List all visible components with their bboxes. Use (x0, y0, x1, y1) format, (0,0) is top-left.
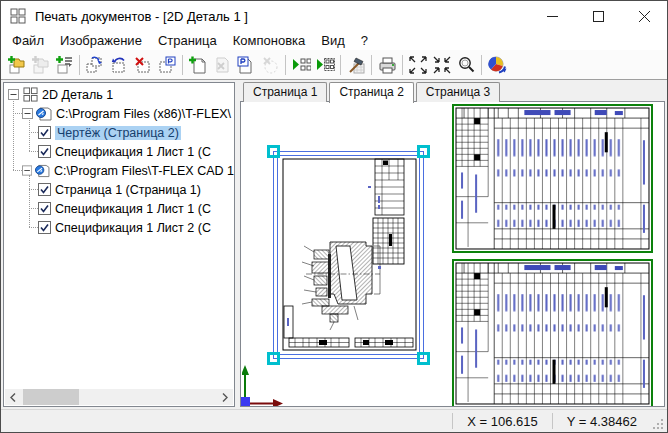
selection-handle-top-right[interactable] (417, 145, 430, 158)
toolbar (1, 50, 667, 80)
settings-hammer-button[interactable] (344, 53, 368, 77)
tree-connector (29, 189, 38, 190)
print-button[interactable] (375, 53, 399, 77)
drawing-page[interactable] (277, 155, 420, 355)
checkbox-checked-icon[interactable] (38, 202, 51, 215)
menu-layout[interactable]: Компоновка (225, 32, 314, 49)
drawing-preview (278, 156, 419, 354)
rotate-page-button[interactable] (107, 53, 131, 77)
main-area: 2D Деталь 1 C:\Program Files (x86)\T-FLE… (1, 80, 667, 409)
move-page-button[interactable] (83, 53, 107, 77)
tree-document-row[interactable]: C:\Program Files\T-FLEX CAD 1 (6, 161, 234, 180)
move-page-icon (85, 55, 105, 75)
remove-all-icon (260, 55, 280, 75)
rotate-page-icon (109, 55, 129, 75)
app-icon (10, 8, 26, 24)
remove-page-button[interactable] (210, 53, 234, 77)
selection-handle-bottom-left[interactable] (267, 352, 280, 365)
tree-page-row[interactable]: Спецификация 1 Лист 2 (С (6, 218, 234, 237)
x-axis-arrow-icon (249, 397, 283, 406)
collapse-icon[interactable] (22, 108, 33, 119)
selection-handle-bottom-right[interactable] (417, 352, 430, 365)
tree-connector (29, 227, 38, 228)
tree-root-row[interactable]: 2D Деталь 1 (6, 85, 234, 104)
delete-page-icon (133, 55, 153, 75)
menu-help[interactable]: ? (353, 32, 376, 49)
tree-page-row[interactable]: Страница 1 (Страница 1) (6, 180, 234, 199)
color-options-icon (487, 55, 507, 75)
close-button[interactable] (621, 1, 667, 31)
tree-document-row[interactable]: C:\Program Files (x86)\T-FLEX\ (6, 104, 234, 123)
scrollbar-thumb[interactable] (23, 389, 79, 405)
tree-page-row[interactable]: Чертёж (Страница 2) (6, 123, 234, 142)
preview-pane: Страница 1 Страница 2 Страница 3 (240, 82, 665, 407)
scroll-left-arrow-icon[interactable] (5, 389, 21, 405)
resize-grip[interactable] (651, 413, 665, 431)
tflex-document-icon (35, 164, 50, 178)
toolbar-separator (340, 55, 341, 75)
tflex-document-icon (36, 107, 52, 121)
tree-connector (29, 208, 38, 209)
tree-horizontal-scrollbar[interactable] (5, 389, 233, 405)
page-setup-button[interactable] (155, 53, 179, 77)
collapse-icon[interactable] (22, 165, 32, 176)
zoom-button[interactable] (454, 53, 478, 77)
tree-root-label: 2D Деталь 1 (42, 88, 113, 102)
checkbox-checked-icon[interactable] (38, 183, 51, 196)
toolbar-separator (481, 55, 482, 75)
page-tabs: Страница 1 Страница 2 Страница 3 (240, 82, 665, 102)
tab-page-2[interactable]: Страница 2 (329, 82, 413, 103)
tree-page-row[interactable]: Спецификация 1 Лист 1 (С (6, 142, 234, 161)
minimize-button[interactable] (529, 1, 575, 31)
menu-file[interactable]: Файл (4, 32, 52, 49)
selection-handle-top-left[interactable] (267, 145, 280, 158)
spec-sheet-2-page[interactable] (452, 259, 653, 407)
tab-page-1[interactable]: Страница 1 (243, 82, 327, 102)
page-properties-icon (236, 55, 256, 75)
cursor-y-coordinate: Y = 4.38462 (553, 414, 651, 429)
add-document-button[interactable] (4, 53, 28, 77)
print-layout-canvas[interactable] (240, 101, 665, 407)
toolbar-separator (182, 55, 183, 75)
checkbox-checked-icon[interactable] (38, 221, 51, 234)
print-documents-window: Печать документов - [2D Деталь 1 ] Файл … (0, 0, 668, 433)
tree-connector (29, 175, 30, 227)
add-document-copy-button[interactable] (28, 53, 52, 77)
drawing-page-selection[interactable] (273, 151, 424, 359)
spec-sheet-1-page[interactable] (452, 104, 653, 253)
new-page-button[interactable] (186, 53, 210, 77)
scroll-right-arrow-icon[interactable] (217, 389, 233, 405)
color-options-button[interactable] (485, 53, 509, 77)
menu-image[interactable]: Изображение (52, 32, 150, 49)
fit-page-button[interactable] (406, 53, 430, 77)
page-properties-button[interactable] (234, 53, 258, 77)
menu-page[interactable]: Страница (150, 32, 225, 49)
tab-page-3[interactable]: Страница 3 (416, 82, 500, 102)
tree-connector (13, 170, 22, 171)
add-document-icon (6, 55, 26, 75)
arrange-pages-button[interactable] (289, 53, 313, 77)
menu-bar: Файл Изображение Страница Компоновка Вид… (1, 31, 667, 50)
scrollbar-track[interactable] (21, 389, 217, 405)
checkbox-checked-icon[interactable] (38, 145, 51, 158)
tree-page-label: Страница 1 (Страница 1) (55, 183, 201, 197)
arrange-all-pages-button[interactable] (313, 53, 337, 77)
fit-objects-button[interactable] (430, 53, 454, 77)
fit-page-icon (408, 55, 428, 75)
add-document-list-button[interactable] (52, 53, 76, 77)
tree-document-path: C:\Program Files (x86)\T-FLEX\ (56, 107, 231, 121)
delete-page-button[interactable] (131, 53, 155, 77)
cursor-x-coordinate: X = 106.615 (453, 414, 551, 429)
tree-page-row[interactable]: Спецификация 1 Лист 1 (С (6, 199, 234, 218)
toolbar-separator (285, 55, 286, 75)
menu-view[interactable]: Вид (313, 32, 353, 49)
tree-document-path: C:\Program Files\T-FLEX CAD 1 (54, 164, 234, 178)
tree-connector (29, 151, 38, 152)
minimize-icon (547, 11, 558, 22)
page-setup-icon (157, 55, 177, 75)
tree-page-label-selected: Чертёж (Страница 2) (55, 126, 181, 140)
checkbox-checked-icon[interactable] (38, 126, 51, 139)
remove-all-button[interactable] (258, 53, 282, 77)
maximize-button[interactable] (575, 1, 621, 31)
zoom-icon (456, 55, 476, 75)
